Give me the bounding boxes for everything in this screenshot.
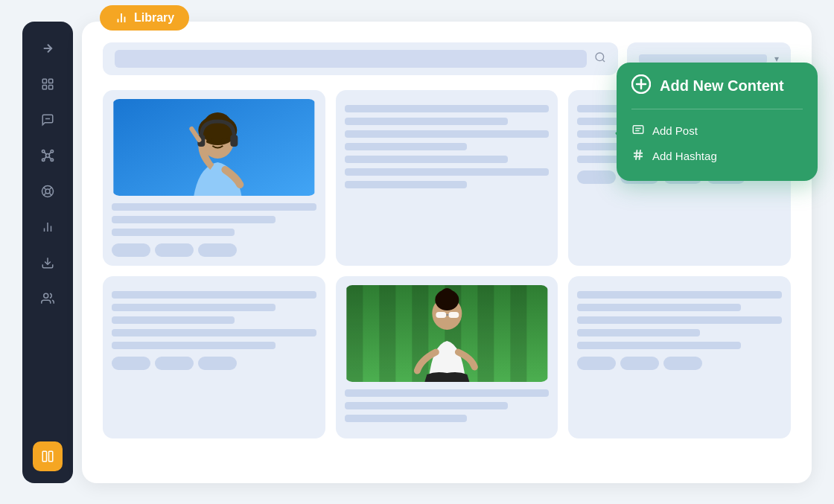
content-card-4[interactable] [103, 276, 325, 438]
svg-line-32 [602, 60, 605, 62]
library-tab[interactable]: Library [100, 5, 189, 31]
library-active-icon[interactable] [33, 441, 63, 471]
card-image-green [345, 285, 550, 382]
svg-line-18 [50, 193, 52, 195]
card-line [577, 291, 782, 299]
svg-rect-47 [477, 285, 494, 382]
card-lines-1 [112, 203, 316, 236]
svg-rect-2 [49, 79, 53, 83]
library-tab-label: Library [134, 11, 174, 25]
card-image-blue [112, 99, 316, 196]
svg-line-63 [636, 150, 637, 160]
svg-point-8 [51, 150, 53, 152]
svg-rect-43 [346, 285, 363, 382]
add-post-icon [631, 123, 645, 139]
svg-line-13 [45, 156, 47, 159]
svg-rect-53 [448, 312, 459, 318]
card-tag[interactable] [198, 243, 237, 257]
analytics-icon[interactable] [33, 212, 63, 242]
card-tag[interactable] [620, 357, 659, 370]
team-icon[interactable] [33, 284, 63, 313]
svg-point-36 [203, 112, 232, 142]
card-line [577, 304, 741, 311]
svg-line-20 [44, 193, 46, 195]
svg-rect-4 [49, 85, 53, 89]
svg-rect-52 [436, 312, 446, 318]
popup-title-text: Add New Content [660, 77, 784, 95]
card-tag[interactable] [577, 357, 616, 370]
svg-line-19 [50, 187, 52, 189]
svg-rect-3 [42, 85, 46, 89]
svg-point-10 [51, 159, 53, 161]
dashboard-icon[interactable] [33, 69, 63, 99]
svg-rect-26 [42, 451, 46, 462]
card-tag[interactable] [155, 243, 194, 257]
svg-line-14 [49, 156, 51, 159]
card-tag[interactable] [663, 357, 702, 370]
card-line [345, 181, 468, 188]
download-icon[interactable] [33, 248, 63, 278]
search-icon [594, 51, 606, 66]
card-tag[interactable] [112, 357, 150, 370]
add-post-label: Add Post [652, 124, 698, 137]
card-tag[interactable] [112, 243, 150, 257]
card-line [345, 168, 550, 176]
card-line [112, 203, 316, 211]
card-line [112, 229, 235, 236]
svg-rect-27 [49, 451, 53, 462]
sidebar [22, 22, 73, 483]
card-line [345, 389, 550, 397]
popup-box: Add New Content Add Post [617, 63, 818, 181]
svg-point-40 [211, 138, 214, 142]
svg-rect-48 [510, 285, 526, 382]
svg-line-11 [45, 152, 47, 154]
card-lines-6 [577, 291, 782, 349]
card-line [345, 130, 550, 138]
card-line [345, 105, 550, 112]
svg-point-9 [42, 159, 45, 161]
card-line [345, 156, 509, 163]
card-tag[interactable] [577, 170, 616, 184]
messages-icon[interactable] [33, 105, 63, 135]
card-line [345, 415, 468, 422]
content-card-6[interactable] [568, 276, 791, 438]
network-icon[interactable] [33, 141, 63, 170]
svg-rect-44 [379, 285, 395, 382]
card-tag[interactable] [198, 357, 237, 370]
svg-rect-1 [42, 79, 46, 83]
card-line [577, 316, 782, 324]
add-hashtag-item[interactable]: Add Hashtag [631, 144, 803, 169]
card-tag[interactable] [155, 357, 194, 370]
content-card-1[interactable] [103, 90, 325, 266]
svg-point-25 [44, 293, 48, 298]
card-line [577, 342, 741, 349]
card-line [112, 304, 276, 311]
support-icon[interactable] [33, 176, 63, 206]
card-lines-2 [345, 105, 550, 188]
add-hashtag-label: Add Hashtag [652, 150, 717, 162]
card-line [112, 216, 276, 223]
add-post-item[interactable]: Add Post [631, 118, 803, 144]
main-content: Library ▾ [82, 22, 812, 483]
svg-line-17 [44, 187, 46, 189]
svg-point-31 [596, 53, 604, 61]
content-card-5[interactable] [336, 276, 558, 438]
content-card-2[interactable] [336, 90, 558, 266]
navigation-icon[interactable] [33, 34, 63, 63]
search-input-placeholder [115, 50, 587, 68]
svg-rect-58 [633, 125, 643, 133]
popup-divider [631, 109, 803, 109]
svg-line-64 [640, 150, 641, 160]
card-line [112, 291, 316, 299]
card-line [345, 143, 468, 150]
svg-rect-38 [230, 135, 238, 147]
search-bar[interactable] [103, 42, 618, 75]
add-content-popup: Add New Content Add Post [617, 63, 818, 181]
svg-point-51 [439, 288, 454, 306]
svg-line-12 [49, 152, 51, 154]
card-line [345, 118, 509, 125]
svg-point-7 [42, 150, 45, 152]
popup-title: Add New Content [631, 74, 803, 98]
card-tags-6 [577, 357, 782, 370]
svg-point-16 [45, 189, 50, 194]
